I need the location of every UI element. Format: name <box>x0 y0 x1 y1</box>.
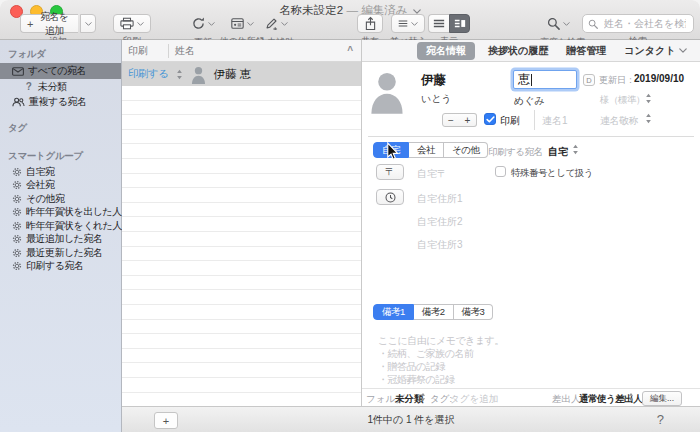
sidebar-item-label: その他宛 <box>26 192 64 206</box>
other-address-books-button[interactable] <box>231 14 254 33</box>
chevron-down-icon <box>281 22 288 26</box>
sort-ascending-icon[interactable]: ^ <box>347 45 353 56</box>
sidebar-item-label: 昨年年賀状をくれた人 <box>26 219 122 233</box>
memo-placeholder-line: ・冠婚葬祭の記録 <box>378 373 504 386</box>
address-tab-work[interactable]: 会社 <box>409 142 444 158</box>
gear-icon <box>12 261 22 271</box>
memo-textarea[interactable]: ここに自由にメモできます。 ・続柄、ご家族の名前 ・贈答品の記録 ・冠婚葬祭の記… <box>378 334 504 386</box>
stepper-icon[interactable] <box>176 69 183 80</box>
gear-icon <box>12 234 22 244</box>
list-view-icon <box>433 14 445 33</box>
sidebar-item-smart-work[interactable]: 会社宛 <box>0 179 121 193</box>
address-line2-placeholder[interactable]: 自宅住所2 <box>417 215 463 229</box>
sort-button[interactable] <box>391 14 425 33</box>
tag-placeholder[interactable]: タグを追加 <box>450 393 498 406</box>
chevron-down-icon <box>208 22 215 26</box>
address-tab-other[interactable]: その他 <box>444 142 488 158</box>
input-assist-button[interactable] <box>265 14 288 33</box>
add-recipient-button[interactable]: + 宛名を追加 <box>20 14 78 33</box>
sidebar-item-smart-home[interactable]: 自宅宛 <box>0 165 121 179</box>
special-number-checkbox[interactable] <box>495 166 506 177</box>
print-target-label: 印刷する宛名 <box>488 146 542 159</box>
sidebar-item-uncategorized[interactable]: ? 未分類 <box>0 79 121 94</box>
refresh-icon <box>192 17 205 30</box>
column-header-name[interactable]: 姓名 <box>169 44 195 58</box>
chevron-down-icon <box>247 22 254 26</box>
print-checkbox-label[interactable]: 印刷 <box>500 114 520 128</box>
first-name-kana[interactable]: めぐみ <box>514 94 545 108</box>
sender-stepper-icon[interactable] <box>628 392 634 402</box>
memo-tab-3[interactable]: 備考3 <box>454 304 494 320</box>
sidebar-item-label: 未分類 <box>38 80 67 94</box>
edit-sender-button[interactable]: 編集... <box>642 391 682 406</box>
honorific-value[interactable]: 様（標準） <box>600 94 645 107</box>
remove-joint-name-button[interactable]: − <box>442 113 460 127</box>
tab-greeting-history[interactable]: 挨拶状の履歴 <box>488 44 548 58</box>
gear-icon <box>12 248 22 258</box>
search-input[interactable] <box>602 17 688 30</box>
help-button[interactable]: ? <box>657 412 664 427</box>
sidebar-item-duplicates[interactable]: 重複する宛名 <box>0 94 121 109</box>
sidebar-item-smart-to-print[interactable]: 印刷する宛名 <box>0 260 121 274</box>
address-history-button[interactable] <box>376 189 404 205</box>
check-icon <box>486 116 495 123</box>
joint-honorific-placeholder[interactable]: 連名敬称 <box>600 114 638 128</box>
add-recipient-dropdown[interactable] <box>80 14 96 33</box>
postal-code-placeholder[interactable]: 自宅〒 <box>417 167 447 181</box>
print-button[interactable] <box>113 14 151 33</box>
address-line1-placeholder[interactable]: 自宅住所1 <box>417 192 463 206</box>
joint-honorific-stepper-icon[interactable] <box>645 113 652 124</box>
sidebar-item-label: 最近更新した宛名 <box>26 246 102 260</box>
memo-tab-2[interactable]: 備考2 <box>414 304 454 320</box>
sidebar-item-smart-received-last-year[interactable]: 昨年年賀状をくれた人 <box>0 219 121 233</box>
special-number-label[interactable]: 特殊番号として扱う <box>511 167 593 180</box>
advanced-search-icon <box>547 17 560 30</box>
chevron-down-icon <box>137 22 144 26</box>
sidebar-item-smart-other[interactable]: その他宛 <box>0 192 121 206</box>
view-list-segment[interactable] <box>428 14 449 33</box>
print-target-value[interactable]: 自宅 <box>548 145 568 159</box>
tag-label: タグ: <box>430 393 452 406</box>
row-contact-name: 伊藤 恵 <box>214 67 252 82</box>
row-print-status[interactable]: 印刷する <box>122 67 169 81</box>
sidebar-item-smart-recently-updated[interactable]: 最近更新した宛名 <box>0 246 121 260</box>
detail-pane: 宛名情報 挨拶状の履歴 贈答管理 コンタクト 伊藤 いとう 恵 D めぐみ 更新… <box>362 40 700 406</box>
envelope-icon <box>12 67 24 76</box>
text-caret <box>531 74 532 86</box>
detail-footer: フォルダ: 未分類 タグ: タグを追加 差出人: 通常使う差出人 編集... <box>362 388 700 406</box>
view-list-detail-segment[interactable] <box>449 14 470 33</box>
tab-gift-management[interactable]: 贈答管理 <box>566 44 606 58</box>
last-name-value[interactable]: 伊藤 <box>421 72 446 89</box>
gear-icon <box>12 207 22 217</box>
plus-icon: + <box>27 18 33 30</box>
print-checkbox[interactable] <box>484 113 496 125</box>
sidebar-item-label: 印刷する宛名 <box>26 259 83 273</box>
sidebar-item-all-recipients[interactable]: すべての宛名 <box>0 63 121 79</box>
joint-name-placeholder[interactable]: 連名1 <box>542 114 568 128</box>
app-window: 名称未設定2 — 編集済み + 宛名を追加 追加 <box>0 0 700 432</box>
honorific-stepper-icon[interactable] <box>645 93 652 104</box>
memo-tab-1[interactable]: 備考1 <box>373 304 414 320</box>
folder-stepper-icon[interactable] <box>420 392 426 402</box>
tab-recipient-info[interactable]: 宛名情報 <box>417 42 475 60</box>
memo-placeholder-line: ここに自由にメモできます。 <box>378 334 504 347</box>
sidebar-item-label: 会社宛 <box>26 178 55 192</box>
mouse-cursor <box>386 142 399 162</box>
print-target-stepper-icon[interactable] <box>572 144 579 155</box>
update-button[interactable] <box>192 14 215 33</box>
list-row-selected[interactable]: 印刷する 伊藤 恵 <box>122 62 361 86</box>
last-name-kana[interactable]: いとう <box>421 92 452 106</box>
chevron-down-icon <box>85 22 92 26</box>
column-header-print[interactable]: 印刷 <box>122 44 168 58</box>
tab-contact[interactable]: コンタクト <box>624 44 675 58</box>
address-line3-placeholder[interactable]: 自宅住所3 <box>417 238 463 252</box>
add-joint-name-button[interactable]: + <box>459 113 477 127</box>
share-button[interactable] <box>357 14 383 33</box>
postal-code-button[interactable]: 〒 <box>376 164 404 180</box>
sidebar-item-smart-sent-last-year[interactable]: 昨年年賀状を出した人 <box>0 206 121 220</box>
field-action-button[interactable]: D <box>583 74 595 86</box>
sidebar-item-smart-recently-added[interactable]: 最近追加した宛名 <box>0 233 121 247</box>
first-name-input[interactable]: 恵 <box>513 70 577 89</box>
advanced-search-button[interactable] <box>547 14 570 33</box>
detail-avatar-icon[interactable] <box>370 68 404 114</box>
